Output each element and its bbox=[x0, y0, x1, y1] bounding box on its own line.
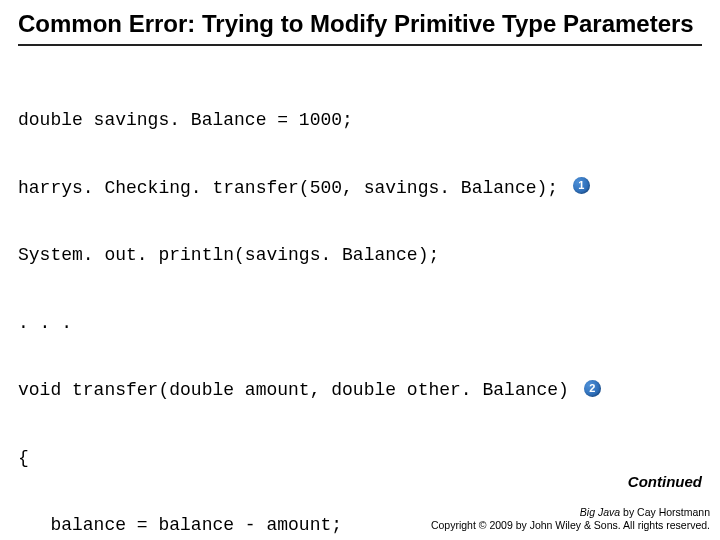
footer: Big Java by Cay Horstmann Copyright © 20… bbox=[431, 506, 710, 532]
code-line: void transfer(double amount, double othe… bbox=[18, 379, 702, 402]
callout-1-icon: 1 bbox=[573, 177, 590, 194]
code-line: System. out. println(savings. Balance); bbox=[18, 244, 702, 267]
continued-label: Continued bbox=[628, 473, 702, 490]
code-line: double savings. Balance = 1000; bbox=[18, 109, 702, 132]
author: by Cay Horstmann bbox=[620, 506, 710, 518]
code-text: void transfer(double amount, double othe… bbox=[18, 380, 569, 400]
code-text: harrys. Checking. transfer(500, savings.… bbox=[18, 178, 558, 198]
footer-line-2: Copyright © 2009 by John Wiley & Sons. A… bbox=[431, 519, 710, 532]
code-line: harrys. Checking. transfer(500, savings.… bbox=[18, 177, 702, 200]
callout-2-icon: 2 bbox=[584, 380, 601, 397]
slide: Common Error: Trying to Modify Primitive… bbox=[0, 0, 720, 540]
code-line: { bbox=[18, 447, 702, 470]
footer-line-1: Big Java by Cay Horstmann bbox=[431, 506, 710, 519]
slide-title: Common Error: Trying to Modify Primitive… bbox=[18, 10, 702, 38]
book-title: Big Java bbox=[580, 506, 620, 518]
title-rule bbox=[18, 44, 702, 46]
code-block: double savings. Balance = 1000; harrys. … bbox=[18, 64, 702, 540]
code-line: . . . bbox=[18, 312, 702, 335]
